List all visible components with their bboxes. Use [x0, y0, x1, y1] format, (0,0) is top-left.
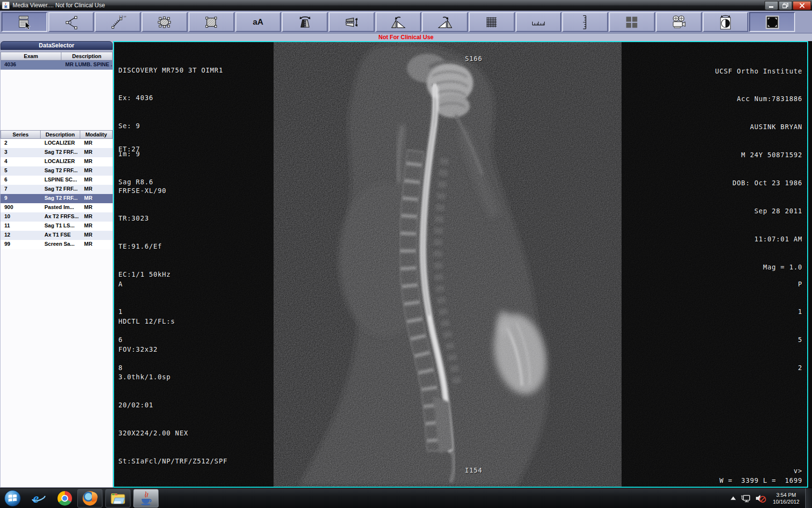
show-desktop-button[interactable]	[805, 488, 812, 508]
java-taskbar-icon[interactable]	[133, 489, 159, 508]
rotate-left-tool[interactable]	[376, 12, 421, 32]
exam-row[interactable]: 4036 MR LUMB. SPINE ...	[0, 60, 113, 70]
description-column-header: Description	[41, 130, 80, 139]
exam-column-header: Exam	[0, 52, 61, 60]
data-selector-panel: DataSelector Exam Description 4036 MR LU…	[0, 41, 113, 488]
exam-id: 4036	[0, 60, 61, 70]
series-modality: MR	[80, 148, 113, 157]
series-modality: MR	[80, 240, 113, 249]
series-row[interactable]: 5 Sag T2 FRF... MR	[0, 166, 113, 176]
tray-time: 3:54 PM	[773, 492, 799, 498]
exam-table-header: Exam Description	[0, 52, 113, 60]
series-description: Ax T1 FSE	[41, 231, 80, 240]
vertical-scale-tool[interactable]	[562, 12, 608, 32]
ellipse-roi-tool[interactable]	[142, 12, 188, 32]
flip-vertical-tool[interactable]	[329, 12, 375, 32]
series-number: 6	[0, 176, 41, 185]
window-title: Media Viewer.... Not for Clinical Use	[13, 2, 105, 9]
series-number: 12	[0, 231, 41, 240]
internet-explorer-icon[interactable]: e	[29, 489, 48, 508]
series-number: 2	[0, 139, 41, 148]
series-description: Ax T2 FRFS...	[41, 212, 80, 222]
series-row[interactable]: 4 LOCALIZER MR	[0, 157, 113, 166]
firefox-icon[interactable]	[77, 489, 102, 508]
series-number: 9	[0, 194, 41, 203]
close-button[interactable]	[793, 1, 811, 10]
svg-text:e: e	[33, 491, 39, 506]
series-number: 5	[0, 166, 41, 176]
description-column-header: Description	[61, 52, 113, 60]
overlay-slice-location-top: S166	[114, 45, 807, 73]
rectangle-roi-tool[interactable]	[188, 12, 234, 32]
series-row[interactable]: 900 Pasted Im... MR	[0, 203, 113, 212]
series-row[interactable]: 12 Ax T1 FSE MR	[0, 231, 113, 240]
series-modality: MR	[80, 212, 113, 222]
distance-measurement-tool[interactable]: 1.2 cm	[95, 12, 141, 32]
magnify-grid-tool[interactable]	[469, 12, 515, 32]
restore-button[interactable]	[779, 1, 792, 10]
rotate-right-tool[interactable]	[422, 12, 468, 32]
cine-tool[interactable]	[656, 12, 702, 32]
series-table-empty-area	[0, 249, 113, 487]
modality-column-header: Modality	[80, 130, 113, 139]
series-description: LOCALIZER	[41, 139, 80, 148]
series-row[interactable]: 99 Screen Sa... MR	[0, 240, 113, 249]
ruler-label: 1.2 cm	[119, 15, 126, 18]
series-number: 4	[0, 157, 41, 166]
series-description: Sag T2 FRF...	[41, 166, 80, 176]
series-description: LOCALIZER	[41, 157, 80, 166]
title-bar[interactable]: Media Viewer.... Not for Clinical Use	[0, 0, 812, 11]
series-description: Sag T1 LS...	[41, 222, 80, 231]
series-number: 900	[0, 203, 41, 212]
exam-table-empty-area	[0, 70, 113, 130]
series-row[interactable]: 6 LSPINE SC... MR	[0, 176, 113, 185]
horizontal-scale-tool[interactable]	[516, 12, 562, 32]
system-tray: 3:54 PM 10/16/2012	[730, 488, 812, 508]
series-modality: MR	[80, 231, 113, 240]
series-row-selected[interactable]: 9 Sag T2 FRF... MR	[0, 194, 113, 203]
chrome-icon[interactable]	[55, 489, 74, 508]
series-number: 99	[0, 240, 41, 249]
start-button[interactable]	[3, 489, 22, 508]
image-viewport[interactable]: DISCOVERY MR750 3T OIMR1 Ex: 4036 Se: 9 …	[113, 41, 808, 488]
overlay-sequence-params: FRFSE-XL/90 TR:3023 TE:91.6/Ef EC:1/1 50…	[118, 167, 228, 485]
exam-description: MR LUMB. SPINE ...	[61, 60, 113, 70]
series-row[interactable]: 3 Sag T2 FRF... MR	[0, 148, 113, 157]
file-explorer-icon[interactable]	[105, 489, 130, 508]
series-row[interactable]: 10 Ax T2 FRFS... MR	[0, 212, 113, 222]
warning-bar: Not For Clinical Use	[0, 33, 812, 41]
series-modality: MR	[80, 222, 113, 231]
overlay-echo-train: ET:27	[118, 145, 140, 154]
minimize-button[interactable]	[765, 1, 778, 10]
series-table-header: Series Description Modality	[0, 130, 113, 139]
angle-measurement-tool[interactable]	[48, 12, 94, 32]
overlay-orientation-right: P 1 5 2	[776, 261, 802, 391]
series-description: LSPINE SC...	[41, 176, 80, 185]
overlay-scroll-marker: v>	[794, 466, 802, 476]
clock[interactable]: 3:54 PM 10/16/2012	[773, 492, 799, 505]
layout-2x2-tool[interactable]	[609, 12, 655, 32]
series-modality: MR	[80, 157, 113, 166]
media-viewer-window: Media Viewer.... Not for Clinical Use	[0, 0, 812, 508]
network-icon[interactable]	[741, 494, 751, 503]
overlay-slice-location-bottom: I154	[114, 457, 807, 485]
series-modality: MR	[80, 194, 113, 203]
volume-muted-icon[interactable]	[755, 494, 766, 503]
series-description: Sag T2 FRF...	[41, 194, 80, 203]
series-description: Sag T2 FRF...	[41, 148, 80, 157]
hidden-icons-arrow[interactable]	[730, 496, 736, 500]
series-row[interactable]: 11 Sag T1 LS... MR	[0, 222, 113, 231]
series-modality: MR	[80, 176, 113, 185]
flip-horizontal-tool[interactable]	[282, 12, 328, 32]
series-row[interactable]: 2 LOCALIZER MR	[0, 139, 113, 148]
text-annotation-tool[interactable]: aA	[235, 12, 281, 32]
series-row[interactable]: 7 Sag T2 FRF... MR	[0, 185, 113, 194]
invert-contrast-tool[interactable]	[703, 12, 749, 32]
java-app-icon	[2, 1, 10, 9]
series-number: 7	[0, 185, 41, 194]
series-number: 3	[0, 148, 41, 157]
fullscreen-tool[interactable]	[749, 12, 795, 32]
series-description: Pasted Im...	[41, 203, 80, 212]
overlay-patient-info: UCSF Ortho Institute Acc Num:7831886 AUS…	[715, 48, 802, 291]
exam-list-pointer-tool[interactable]	[1, 12, 47, 32]
